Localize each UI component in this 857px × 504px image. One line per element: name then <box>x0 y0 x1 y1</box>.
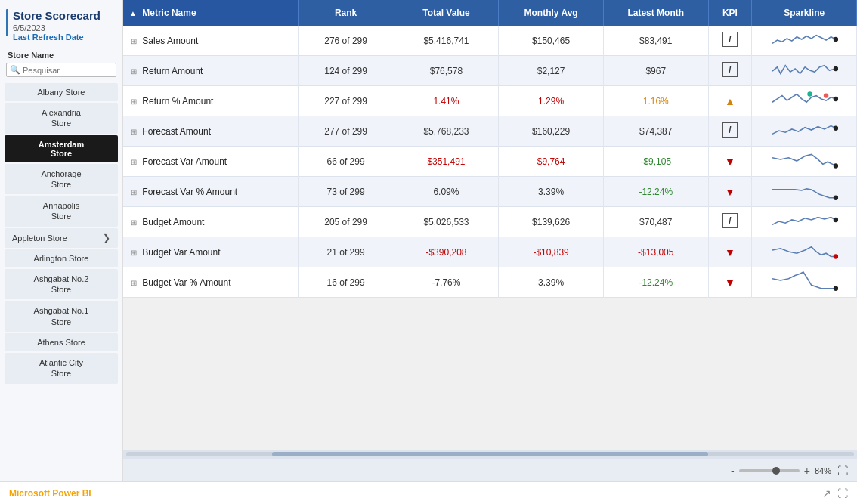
total-value-cell: $5,768,233 <box>394 116 499 147</box>
latest-month-cell: $70,487 <box>603 207 708 237</box>
total-value-cell: 6.09% <box>394 177 499 207</box>
expand-icon[interactable]: ⊞ <box>131 128 137 136</box>
sparkline-cell <box>752 56 857 86</box>
sparkline-cell <box>752 86 857 116</box>
svg-point-6 <box>834 163 838 168</box>
store-item-atlantic[interactable]: Atlantic CityStore <box>5 353 118 384</box>
store-item-athens[interactable]: Athens Store <box>5 333 118 351</box>
fullscreen-icon[interactable]: ⛶ <box>837 465 848 477</box>
monthly-avg-cell: 3.39% <box>499 267 604 298</box>
col-header-rank[interactable]: Rank <box>298 0 394 26</box>
scroll-thumb[interactable] <box>272 452 709 456</box>
sparkline-svg <box>770 119 838 141</box>
sparkline-cell <box>752 116 857 147</box>
sparkline-cell <box>752 207 857 237</box>
metric-name-cell: ⊞ Return Amount <box>123 56 298 86</box>
expand-icon[interactable]: ⊞ <box>131 249 137 257</box>
kpi-cell: ▼ <box>708 237 752 267</box>
total-value-cell: 1.41% <box>394 86 499 116</box>
col-header-latest[interactable]: Latest Month <box>603 0 708 26</box>
svg-point-1 <box>834 66 838 71</box>
kpi-neutral-icon <box>722 62 738 77</box>
store-item-ashgabat1[interactable]: Ashgabat No.1Store <box>5 301 118 332</box>
store-item-amsterdam[interactable]: AmsterdamStore <box>5 135 118 162</box>
footer: Microsoft Power BI ↗ ⛶ <box>0 481 857 504</box>
monthly-avg-cell: -$10,839 <box>499 237 604 267</box>
table-row: ⊞ Sales Amount 276 of 299 $5,416,741 $15… <box>123 26 857 56</box>
search-input[interactable] <box>23 66 113 75</box>
col-header-kpi[interactable]: KPI <box>708 0 752 26</box>
col-header-sparkline[interactable]: Sparkline <box>752 0 857 26</box>
metric-name-cell: ⊞ Forecast Var Amount <box>123 147 298 177</box>
rank-cell: 16 of 299 <box>298 267 394 298</box>
table-row: ⊞ Forecast Var Amount 66 of 299 $351,491… <box>123 147 857 177</box>
expand-icon[interactable]: ⊞ <box>131 279 137 287</box>
col-header-monthly[interactable]: Monthly Avg <box>499 0 604 26</box>
bottom-bar: - + 84% ⛶ <box>123 459 857 481</box>
sparkline-cell <box>752 177 857 207</box>
svg-point-7 <box>834 195 838 199</box>
scroll-track[interactable] <box>126 452 854 456</box>
zoom-minus-icon[interactable]: - <box>731 465 735 477</box>
kpi-cell: ▼ <box>708 147 752 177</box>
latest-month-cell: $967 <box>603 56 708 86</box>
store-name-label: Store Name <box>0 45 122 61</box>
zoom-plus-icon[interactable]: + <box>804 465 810 477</box>
kpi-down-icon: ▼ <box>725 277 735 289</box>
sidebar-date-text: Store Scorecard 6/5/2023 Last Refresh Da… <box>13 9 101 42</box>
store-item-arlington[interactable]: Arlington Store <box>5 249 118 267</box>
rank-cell: 277 of 299 <box>298 116 394 147</box>
sidebar-date-bar <box>6 9 8 36</box>
kpi-down-icon: ▼ <box>725 156 735 168</box>
horizontal-scrollbar[interactable] <box>123 450 857 459</box>
store-item-ashgabat2[interactable]: Ashgabat No.2Store <box>5 269 118 300</box>
metric-name-cell: ⊞ Budget Var Amount <box>123 237 298 267</box>
search-box[interactable]: 🔍 <box>6 63 116 77</box>
expand-icon[interactable]: ⊞ <box>131 67 137 76</box>
total-value-cell: $76,578 <box>394 56 499 86</box>
store-item-appleton[interactable]: Appleton Store ❯ <box>5 228 118 248</box>
metric-name-cell: ⊞ Budget Amount <box>123 207 298 237</box>
svg-point-3 <box>824 93 828 97</box>
store-item-annapolis[interactable]: AnnapolisStore <box>5 196 118 227</box>
expand-icon[interactable]: ⊞ <box>131 158 137 166</box>
monthly-avg-cell: $139,626 <box>499 207 604 237</box>
metric-name-cell: ⊞ Forecast Var % Amount <box>123 177 298 207</box>
zoom-slider-track[interactable] <box>739 469 800 472</box>
kpi-cell <box>708 116 752 147</box>
table-wrapper[interactable]: ▲ Metric Name Rank Total Value Monthly A… <box>123 0 857 450</box>
sidebar-title: Store Scorecard <box>13 9 101 22</box>
total-value-cell: $5,026,533 <box>394 207 499 237</box>
store-item-albany[interactable]: Albany Store <box>5 83 118 101</box>
sparkline-cell <box>752 147 857 177</box>
powerbi-logo[interactable]: Microsoft Power BI <box>9 488 91 499</box>
zoom-slider-thumb[interactable] <box>772 467 780 475</box>
expand-icon[interactable]: ⊞ <box>131 97 137 106</box>
col-header-metric[interactable]: ▲ Metric Name <box>123 0 298 26</box>
col-header-total[interactable]: Total Value <box>394 0 499 26</box>
monthly-avg-cell: $9,764 <box>499 147 604 177</box>
store-item-anchorage[interactable]: AnchorageStore <box>5 164 118 195</box>
svg-point-10 <box>834 286 838 290</box>
expand-icon[interactable]: ⊞ <box>131 188 137 196</box>
total-value-cell: -$390,208 <box>394 237 499 267</box>
kpi-neutral-icon <box>722 213 738 228</box>
kpi-cell <box>708 207 752 237</box>
footer-export-icon[interactable]: ↗ <box>822 487 831 499</box>
svg-point-4 <box>834 97 838 101</box>
latest-month-cell: -$13,005 <box>603 237 708 267</box>
zoom-percentage: 84% <box>815 466 831 475</box>
total-value-cell: $351,491 <box>394 147 499 177</box>
sparkline-cell <box>752 237 857 267</box>
rank-cell: 205 of 299 <box>298 207 394 237</box>
sidebar-date: 6/5/2023 <box>13 23 101 32</box>
table-row: ⊞ Forecast Amount 277 of 299 $5,768,233 … <box>123 116 857 147</box>
search-icon: 🔍 <box>10 65 20 75</box>
footer-expand-icon[interactable]: ⛶ <box>837 487 848 499</box>
store-item-alexandria[interactable]: AlexandriaStore <box>5 103 118 134</box>
svg-point-8 <box>834 218 838 222</box>
table-row: ⊞ Budget Var Amount 21 of 299 -$390,208 … <box>123 237 857 267</box>
expand-icon[interactable]: ⊞ <box>131 37 137 45</box>
expand-icon[interactable]: ⊞ <box>131 218 137 227</box>
sparkline-svg <box>770 180 838 201</box>
